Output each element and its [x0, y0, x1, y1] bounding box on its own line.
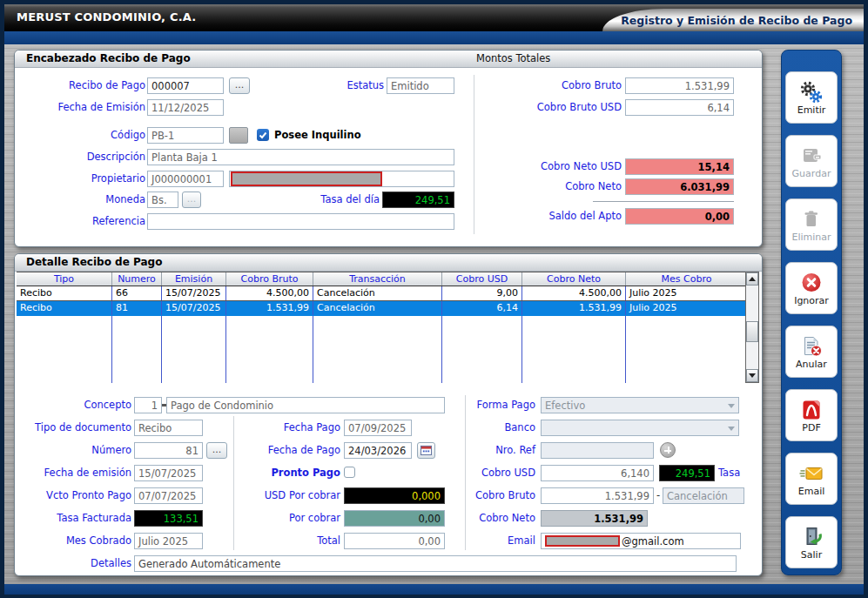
nro-ref-field: [541, 442, 654, 459]
screen-title: Registro y Emisión de Recibo de Pago: [621, 14, 852, 27]
column-header-cobro-usd[interactable]: Cobro USD: [442, 272, 522, 286]
montos-cobro-neto-field: 6.031,99: [625, 178, 734, 195]
pdf-button[interactable]: PDF: [785, 389, 838, 441]
column-header-tipo[interactable]: Tipo: [17, 272, 112, 286]
anular-button-label: Anular: [796, 359, 827, 370]
cobro-usd-field[interactable]: 6,140: [541, 465, 654, 481]
save-icon: [798, 144, 824, 168]
moneda-browse-button: ...: [182, 191, 201, 208]
cell-cobro-usd: 6,14: [442, 301, 522, 315]
cell-emision: 15/07/2025: [162, 301, 226, 315]
descripcion-label: Descripción: [24, 149, 145, 165]
referencia-field[interactable]: [147, 213, 454, 230]
montos-cobro-neto-usd-label: Cobro Neto USD: [450, 158, 622, 175]
email-domain-text: @gmail.com: [622, 534, 684, 548]
table-row[interactable]: Recibo 66 15/07/2025 4.500,00 Cancelació…: [17, 286, 747, 301]
checkmark-icon: [259, 131, 267, 139]
fecha-de-pago-label: Fecha de Pago: [189, 442, 340, 459]
montos-cobro-neto-usd-field: 15,14: [625, 158, 734, 175]
emitir-button-label: Emitir: [797, 105, 826, 116]
add-reference-button[interactable]: [660, 442, 676, 458]
cobro-usd-label: Cobro USD: [398, 465, 535, 481]
salir-button-label: Salir: [801, 550, 822, 561]
montos-cobro-bruto-field: 1.531,99: [625, 77, 734, 94]
forma-pago-label: Forma Pago: [398, 397, 535, 413]
tasa-del-dia-label: Tasa del día: [259, 191, 380, 208]
detalle-panel-title: Detalle Recibo de Pago: [15, 254, 762, 272]
salir-button[interactable]: Salir: [785, 516, 838, 568]
tipo-documento-label: Tipo de documento: [15, 420, 131, 436]
column-header-cobro-bruto[interactable]: Cobro Bruto: [226, 272, 313, 286]
column-header-transaccion[interactable]: Transacción: [313, 272, 442, 286]
email-field[interactable]: @gmail.com: [541, 533, 741, 549]
column-header-numero[interactable]: Numero: [112, 272, 162, 286]
tasa-del-dia-field: 249,51: [382, 191, 454, 208]
table-scrollbar[interactable]: [745, 272, 759, 383]
codigo-field[interactable]: PB-1: [147, 127, 224, 144]
top-blue-band: [4, 31, 864, 44]
montos-totales-title: Montos Totales: [476, 50, 550, 68]
chevron-down-icon: [728, 404, 735, 408]
encabezado-panel-title: Encabezado Recibo de Pago Montos Totales: [15, 50, 762, 68]
fecha-emision-field[interactable]: 11/12/2025: [147, 99, 224, 116]
mes-cobrado-label: Mes Cobrado: [15, 533, 131, 549]
cell-transaccion: Cancelación: [313, 286, 442, 300]
emitir-button[interactable]: Emitir: [785, 71, 838, 124]
cobro-bruto-field: 1.531,99: [541, 487, 654, 504]
concepto-code-field[interactable]: 1: [134, 397, 162, 413]
recibo-de-pago-field[interactable]: 000007: [147, 77, 224, 94]
propietario-label: Propietario: [24, 171, 145, 187]
recibo-browse-button[interactable]: ...: [229, 77, 250, 94]
tasa-suffix-label: Tasa: [718, 465, 753, 481]
detalles-label: Detalles: [15, 555, 131, 572]
descripcion-field[interactable]: Planta Baja 1: [147, 149, 454, 165]
anular-button[interactable]: Anular: [785, 326, 838, 378]
scroll-up-button[interactable]: [746, 272, 758, 286]
cobro-usd-tasa-field: 249,51: [659, 465, 715, 481]
detalle-table-header: Tipo Numero Emisión Cobro Bruto Transacc…: [17, 272, 747, 286]
cobro-bruto-label: Cobro Bruto: [398, 487, 535, 504]
fecha-emision-detalle-label: Fecha de emisión: [15, 465, 131, 481]
montos-cobro-neto-label: Cobro Neto: [450, 178, 622, 195]
cell-cobro-bruto: 1.531,99: [226, 301, 313, 315]
scroll-down-button[interactable]: [746, 369, 758, 382]
detalle-panel: Detalle Recibo de Pago Tipo Numero Emisi…: [14, 253, 763, 576]
gears-icon: [798, 80, 824, 104]
montos-cobro-bruto-usd-label: Cobro Bruto USD: [450, 99, 622, 116]
saldo-del-apto-label: Saldo del Apto: [450, 208, 622, 225]
posee-inquilino-checkbox[interactable]: [257, 129, 269, 141]
concepto-label: Concepto: [15, 397, 131, 413]
estatus-field: Emitido: [387, 77, 454, 94]
void-document-icon: [798, 334, 824, 359]
fecha-emision-label: Fecha de Emisión: [24, 99, 145, 116]
title-bar: MERUST CONDOMINIO, C.A. Registro y Emisi…: [4, 4, 864, 31]
column-header-cobro-neto[interactable]: Cobro Neto: [522, 272, 626, 286]
eliminar-button: Eliminar: [785, 198, 838, 251]
column-header-emision[interactable]: Emisión: [162, 272, 226, 286]
detalles-field[interactable]: Generado Automáticamente: [134, 555, 737, 572]
ignorar-button[interactable]: Ignorar: [785, 262, 838, 314]
scrollbar-thumb[interactable]: [746, 321, 758, 342]
fecha-pago-label: Fecha Pago: [189, 420, 340, 436]
column-header-mes-cobro[interactable]: Mes Cobro: [626, 272, 747, 286]
form-divider-left: [233, 416, 235, 550]
email-label: Email: [398, 533, 535, 549]
pdf-button-label: PDF: [802, 423, 820, 433]
por-cobrar-label: Por cobrar: [189, 510, 340, 527]
nro-ref-label: Nro. Ref: [398, 442, 535, 459]
montos-cobro-bruto-usd-field: 6,14: [625, 99, 734, 116]
trash-icon: [798, 207, 824, 232]
vcto-pronto-pago-label: Vcto Pronto Pago: [15, 487, 131, 504]
guardar-button: Guardar: [785, 135, 838, 187]
pronto-pago-checkbox[interactable]: [344, 467, 355, 478]
cell-mes-cobro: Julio 2025: [626, 286, 747, 300]
codigo-color-button[interactable]: [229, 127, 248, 144]
email-button[interactable]: Email: [785, 453, 838, 505]
moneda-field[interactable]: Bs.: [147, 191, 178, 208]
cell-cobro-bruto: 4.500,00: [226, 286, 313, 300]
posee-inquilino-label: Posee Inquilino: [274, 127, 396, 144]
cell-tipo: Recibo: [17, 286, 112, 300]
action-sidebar: Emitir Guardar Eliminar: [781, 50, 842, 575]
propietario-code-field[interactable]: J000000001: [147, 171, 224, 187]
table-row-selected[interactable]: Recibo 81 15/07/2025 1.531,99 Cancelació…: [17, 301, 747, 316]
